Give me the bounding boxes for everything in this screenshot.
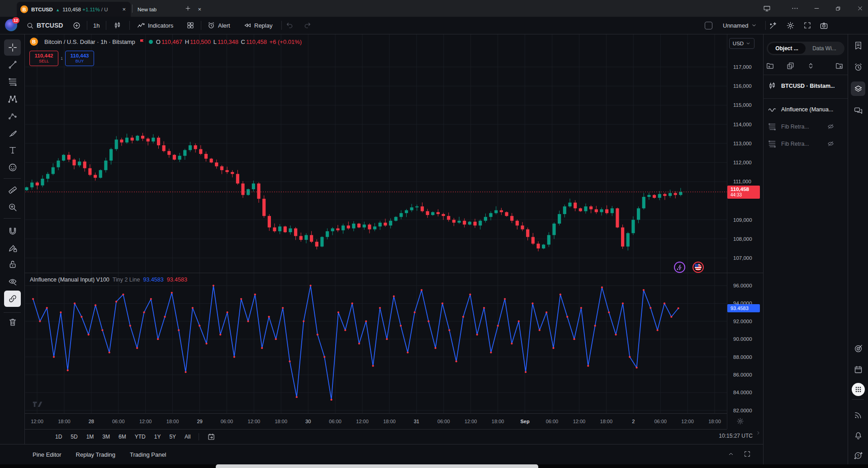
tab-object-tree[interactable]: Object ...: [768, 43, 806, 54]
text-tool[interactable]: [4, 142, 21, 158]
browser-tab-new[interactable]: New tab ×: [134, 2, 206, 17]
chart-type-button[interactable]: [113, 17, 122, 34]
browser-menu-icon[interactable]: [787, 0, 802, 17]
taskbar-peek[interactable]: [216, 464, 538, 468]
range-all[interactable]: All: [182, 432, 193, 441]
tab-data-window[interactable]: Data Wi...: [806, 43, 843, 54]
restore-button[interactable]: [830, 0, 846, 17]
sort-icon[interactable]: [806, 62, 815, 70]
brush-tool[interactable]: [4, 125, 21, 142]
range-5d[interactable]: 5D: [68, 432, 80, 441]
object-tree-item[interactable]: AInfluence (Manua...: [768, 105, 833, 114]
lock-all-tool[interactable]: [4, 256, 21, 272]
range-5y[interactable]: 5Y: [167, 432, 178, 441]
tab-preview-icon[interactable]: [759, 0, 774, 17]
indicator-legend[interactable]: AInfluence (Manual Input) V100 Tiny 2 Li…: [30, 277, 187, 283]
economic-event-icon[interactable]: [693, 262, 704, 273]
range-1m[interactable]: 1M: [84, 432, 96, 441]
axis-settings-button[interactable]: [736, 417, 744, 425]
symbol-title[interactable]: Bitcoin / U.S. Dollar · 1h · Bitstamp: [44, 38, 135, 45]
range-1y[interactable]: 1Y: [152, 432, 163, 441]
panel-collapse-button[interactable]: [727, 450, 735, 458]
quick-search-button[interactable]: [769, 17, 778, 34]
chart-legend[interactable]: B Bitcoin / U.S. Dollar · 1h · Bitstamp …: [30, 38, 303, 46]
link-drawings-tool[interactable]: [4, 291, 21, 307]
range-3m[interactable]: 3M: [100, 432, 112, 441]
object-tree-item[interactable]: Fib Retra...: [768, 139, 809, 148]
panel-expand-button[interactable]: [744, 450, 751, 458]
fib-lines-tool[interactable]: [4, 74, 21, 90]
spread-value: 1: [61, 56, 63, 61]
watchlist-icon[interactable]: [851, 38, 865, 53]
visibility-toggle-icon[interactable]: [827, 123, 835, 130]
tab-close-icon[interactable]: ×: [121, 6, 127, 13]
drawing-pencil-lock-tool[interactable]: [4, 240, 21, 256]
indicators-button[interactable]: Indicators: [137, 17, 173, 34]
apps-icon[interactable]: [852, 383, 865, 396]
folder-remove-icon[interactable]: [835, 62, 844, 70]
chart-canvas[interactable]: [25, 34, 727, 413]
go-to-date-button[interactable]: [205, 431, 218, 442]
indicator-templates-button[interactable]: [186, 17, 194, 34]
alert-button[interactable]: Alert: [207, 17, 230, 34]
browser-tab-btcusd[interactable]: B BTCUSD ▲ 110,458 +1.11% / U ×: [17, 2, 131, 17]
flag-icon[interactable]: [138, 38, 146, 45]
compare-symbol-button[interactable]: [72, 17, 81, 34]
price-axis[interactable]: [727, 34, 763, 429]
screener-icon[interactable]: [851, 341, 865, 356]
object-tree-item-label: Fib Retra...: [781, 141, 809, 147]
sell-button[interactable]: 110,442SELL: [29, 51, 58, 66]
forecast-tool[interactable]: [4, 108, 21, 124]
magnet-tool[interactable]: [4, 224, 21, 240]
crosshair-tool[interactable]: [4, 39, 21, 56]
trend-line-tool[interactable]: [4, 57, 21, 73]
visibility-toggle-icon[interactable]: [827, 140, 835, 148]
help-icon[interactable]: [851, 448, 865, 463]
redo-button[interactable]: [303, 17, 311, 34]
panel-tab-trading-panel[interactable]: Trading Panel: [130, 451, 166, 458]
range-6m[interactable]: 6M: [116, 432, 128, 441]
feed-icon[interactable]: [851, 407, 865, 422]
indicator-subtitle: Tiny 2 Line: [113, 277, 140, 283]
zoom-in-tool[interactable]: [4, 199, 21, 215]
fullscreen-button[interactable]: [803, 17, 811, 34]
object-tree-item[interactable]: Fib Retra...: [768, 122, 809, 131]
symbol-search-button[interactable]: BTCUSD: [26, 17, 63, 34]
clock-utc[interactable]: 10:15:27 UTC: [719, 433, 753, 439]
ai-boost-button[interactable]: [674, 262, 685, 273]
remove-all-tool[interactable]: [4, 314, 21, 330]
price-tick: 112,000: [733, 160, 752, 165]
panel-tab-replay-trading[interactable]: Replay Trading: [76, 451, 115, 458]
minimize-button[interactable]: [809, 0, 824, 17]
object-tree-item[interactable]: BTCUSD · Bitstam...: [768, 81, 835, 91]
buy-button[interactable]: 110,443BUY: [65, 51, 94, 66]
ruler-tool[interactable]: [4, 182, 21, 198]
layout-select-checkbox[interactable]: [705, 17, 712, 34]
replay-button[interactable]: Replay: [243, 17, 272, 34]
new-tab-button[interactable]: [181, 0, 194, 17]
layout-name-button[interactable]: Unnamed: [723, 17, 757, 34]
new-tab-label: New tab: [138, 7, 157, 12]
currency-selector[interactable]: USD: [729, 38, 754, 49]
alerts-icon[interactable]: [851, 60, 865, 74]
chat-icon[interactable]: [851, 103, 865, 118]
chart-settings-button[interactable]: [786, 17, 795, 34]
time-axis[interactable]: [25, 413, 727, 429]
range-1d[interactable]: 1D: [53, 432, 64, 441]
object-tree-icon[interactable]: [851, 81, 865, 96]
close-button[interactable]: [852, 0, 868, 17]
interval-button[interactable]: 1h: [93, 17, 100, 34]
new-tab-close-icon[interactable]: ×: [196, 6, 203, 13]
clone-icon[interactable]: [786, 62, 795, 70]
emoji-tool[interactable]: [4, 159, 21, 176]
undo-button[interactable]: [286, 17, 294, 34]
snapshot-button[interactable]: [820, 17, 828, 34]
notifications-icon[interactable]: [851, 428, 865, 443]
xabcd-pattern-tool[interactable]: [4, 91, 21, 107]
calendar-icon[interactable]: [851, 362, 865, 377]
hide-all-tool[interactable]: [4, 273, 21, 290]
sidebar-collapse-handle[interactable]: [755, 430, 761, 436]
panel-tab-pine-editor[interactable]: Pine Editor: [33, 451, 62, 458]
folder-plus-icon[interactable]: [766, 62, 774, 70]
range-ytd[interactable]: YTD: [133, 432, 148, 441]
